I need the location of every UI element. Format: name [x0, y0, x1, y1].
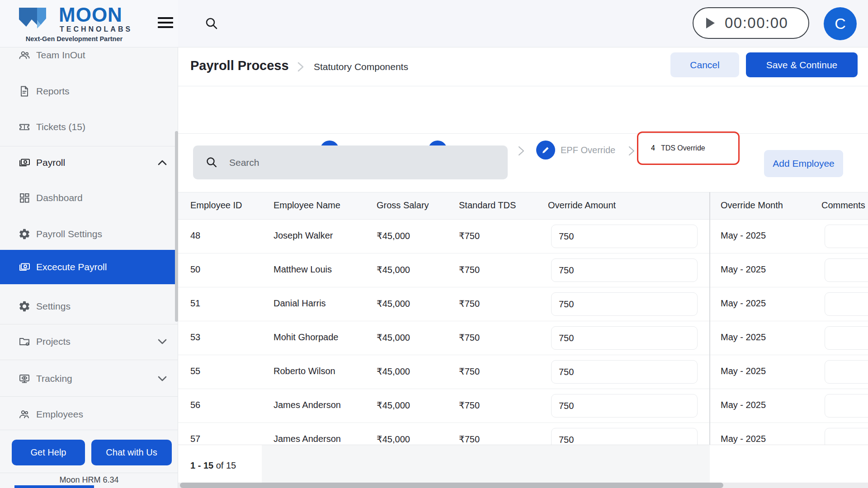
- chevron-down-icon: [157, 338, 167, 345]
- monitor-eye-icon: [18, 372, 31, 385]
- folder-gear-icon: [18, 335, 31, 348]
- avatar[interactable]: C: [824, 7, 857, 40]
- cell-override-month: May - 2025: [721, 434, 766, 444]
- override-amount-input[interactable]: [551, 326, 698, 350]
- cell-employee-name: Danial Harris: [274, 298, 326, 309]
- sidebar-item-label: Dashboard: [36, 192, 83, 203]
- divider: [0, 396, 178, 397]
- page-title: Payroll Process: [190, 58, 289, 73]
- cell-employee-name: James Anderson: [274, 434, 341, 444]
- cell-standard-tds: ₹750: [459, 264, 480, 275]
- save-continue-button[interactable]: Save & Continue: [746, 52, 858, 77]
- divider: [0, 146, 178, 146]
- sidebar-item-payroll-settings[interactable]: Payroll Settings: [0, 221, 178, 248]
- divider: [0, 324, 178, 324]
- table-row: 53 Mohit Ghorpade ₹45,000 ₹750 May - 202…: [178, 321, 868, 355]
- cell-override-month: May - 2025: [721, 264, 766, 275]
- comment-input[interactable]: [825, 258, 868, 282]
- cancel-button[interactable]: Cancel: [670, 52, 739, 77]
- avatar-initial: C: [835, 15, 846, 33]
- top-bar: 00:00:00 C: [178, 0, 868, 47]
- sidebar-item-label: Payroll: [36, 157, 65, 168]
- sidebar-item-payroll[interactable]: Payroll: [0, 149, 178, 176]
- logo-area: MOON TECHNOLABS Next-Gen Development Par…: [0, 0, 178, 47]
- chat-with-us-button[interactable]: Chat with Us: [91, 440, 172, 465]
- sidebar-item-team-inout[interactable]: Team InOut: [0, 42, 178, 69]
- column-header-employee-id: Employee ID: [190, 200, 242, 211]
- override-amount-input[interactable]: [551, 394, 698, 418]
- divider: [0, 360, 178, 360]
- cell-employee-name: Roberto Wilson: [274, 366, 335, 376]
- override-amount-input[interactable]: [551, 225, 698, 248]
- column-header-employee-name: Employee Name: [274, 200, 340, 211]
- pagination-suffix: of 15: [213, 460, 236, 470]
- footer-fill: [262, 445, 710, 488]
- sidebar-item-settings[interactable]: Settings: [0, 293, 178, 320]
- cell-standard-tds: ₹750: [459, 366, 480, 377]
- sidebar-item-employees[interactable]: Employees: [0, 401, 178, 428]
- sidebar: MOON TECHNOLABS Next-Gen Development Par…: [0, 0, 178, 488]
- main-content: Payroll Process Statutory Components Can…: [178, 47, 868, 488]
- global-search-icon[interactable]: [204, 16, 219, 31]
- sidebar-item-execute-payroll[interactable]: Excecute Payroll: [0, 250, 178, 284]
- override-amount-input[interactable]: [551, 258, 698, 282]
- step-number: 4: [651, 144, 655, 152]
- cell-gross-salary: ₹45,000: [377, 434, 410, 445]
- gear-icon: [18, 228, 31, 240]
- sidebar-item-tracking[interactable]: Tracking: [0, 365, 178, 392]
- pagination: 1 - 15 of 15: [190, 460, 236, 471]
- add-employee-button[interactable]: Add Employee: [764, 150, 843, 177]
- search-icon: [205, 156, 218, 169]
- column-header-comments: Comments: [821, 200, 865, 211]
- cell-employee-id: 48: [190, 230, 200, 241]
- moon-technolabs-logo-icon[interactable]: [18, 5, 52, 33]
- bottom-accent-bar: [14, 485, 94, 488]
- sidebar-item-label: Settings: [36, 301, 71, 312]
- chevron-right-icon: [628, 145, 635, 156]
- table-header: Employee ID Employee Name Gross Salary S…: [178, 192, 868, 220]
- override-amount-input[interactable]: [551, 292, 698, 316]
- sidebar-item-tickets[interactable]: Tickets (15): [0, 113, 178, 141]
- comment-input[interactable]: [825, 292, 868, 316]
- comment-input[interactable]: [825, 326, 868, 350]
- sidebar-item-label: Excecute Payroll: [36, 262, 107, 272]
- sidebar-item-projects[interactable]: Projects: [0, 328, 178, 355]
- team-icon: [18, 49, 31, 61]
- table-row: 56 James Anderson ₹45,000 ₹750 May - 202…: [178, 389, 868, 423]
- app-window: 00:00:00 C MOON TECHNOLABS Next-Gen Deve…: [0, 0, 868, 488]
- cell-override-month: May - 2025: [721, 230, 766, 241]
- sidebar-scrollbar[interactable]: [175, 131, 178, 322]
- cell-gross-salary: ₹45,000: [377, 332, 410, 343]
- chevron-up-icon: [157, 160, 167, 166]
- horizontal-scrollbar-thumb[interactable]: [180, 483, 723, 488]
- step-label: EPF Override: [561, 145, 615, 155]
- cell-gross-salary: ₹45,000: [377, 230, 410, 241]
- comment-input[interactable]: [825, 225, 868, 248]
- search-input[interactable]: [193, 145, 508, 179]
- table-row: 55 Roberto Wilson ₹45,000 ₹750 May - 202…: [178, 355, 868, 389]
- menu-icon[interactable]: [158, 17, 173, 31]
- cell-standard-tds: ₹750: [459, 400, 480, 411]
- divider: [0, 430, 178, 430]
- comment-input[interactable]: [825, 394, 868, 418]
- cell-standard-tds: ₹750: [459, 298, 480, 309]
- table-footer: 1 - 15 of 15: [178, 445, 868, 488]
- step-epf-override[interactable]: EPF Override: [536, 141, 615, 160]
- breadcrumb-chevron-icon: [297, 61, 305, 73]
- column-header-override-amount: Override Amount: [548, 200, 616, 211]
- get-help-button[interactable]: Get Help: [12, 440, 85, 465]
- cell-employee-id: 50: [190, 264, 200, 275]
- sidebar-item-dashboard[interactable]: Dashboard: [0, 184, 178, 211]
- timer-widget[interactable]: 00:00:00: [693, 7, 809, 39]
- employees-icon: [18, 408, 31, 421]
- cell-standard-tds: ₹750: [459, 332, 480, 343]
- page-header: Payroll Process Statutory Components Can…: [178, 47, 868, 86]
- override-amount-input[interactable]: [551, 360, 698, 384]
- chevron-right-icon: [518, 145, 524, 156]
- step-tds-override[interactable]: 4 TDS Override: [637, 131, 740, 165]
- sidebar-item-label: Team InOut: [36, 50, 85, 61]
- table-row: 51 Danial Harris ₹45,000 ₹750 May - 2025: [178, 287, 868, 321]
- comment-input[interactable]: [825, 360, 868, 384]
- sidebar-item-reports[interactable]: Reports: [0, 78, 178, 105]
- step-number-circle: 4: [651, 144, 655, 152]
